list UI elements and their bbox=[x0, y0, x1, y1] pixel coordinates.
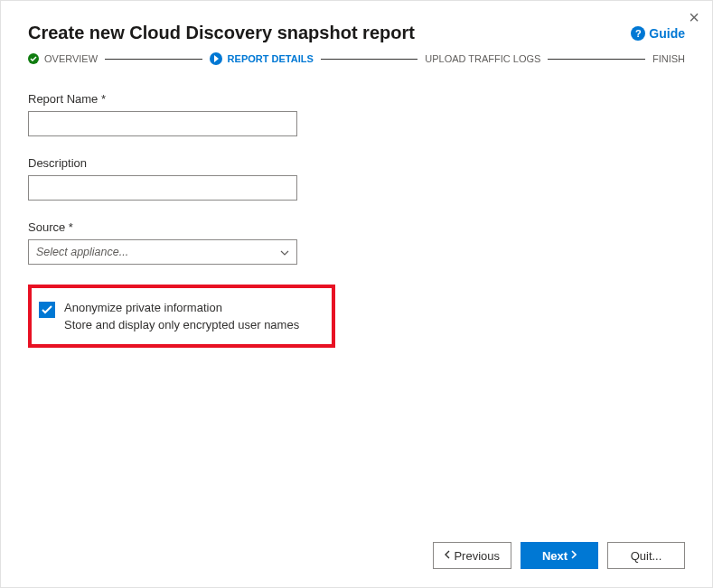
step-label: OVERVIEW bbox=[44, 53, 98, 64]
anonymize-checkbox[interactable] bbox=[39, 302, 55, 318]
page-title: Create new Cloud Discovery snapshot repo… bbox=[28, 23, 415, 43]
field-source: Source * Select appliance... bbox=[28, 220, 685, 265]
description-label: Description bbox=[28, 156, 685, 170]
step-label: UPLOAD TRAFFIC LOGS bbox=[425, 53, 540, 64]
anonymize-highlight: Anonymize private information Store and … bbox=[28, 285, 335, 348]
chevron-right-icon bbox=[571, 550, 577, 561]
anonymize-row: Anonymize private information Store and … bbox=[39, 301, 321, 331]
source-label: Source * bbox=[28, 220, 685, 234]
source-select[interactable]: Select appliance... bbox=[28, 239, 297, 265]
anonymize-text: Anonymize private information Store and … bbox=[64, 301, 299, 331]
step-line bbox=[321, 59, 418, 60]
previous-label: Previous bbox=[454, 549, 500, 563]
field-description: Description bbox=[28, 156, 685, 201]
check-circle-icon bbox=[28, 53, 39, 64]
previous-button[interactable]: Previous bbox=[433, 542, 511, 569]
report-name-input[interactable] bbox=[28, 111, 297, 136]
next-button[interactable]: Next bbox=[521, 542, 598, 569]
step-label: FINISH bbox=[652, 53, 685, 64]
chevron-left-icon bbox=[445, 550, 450, 561]
field-report-name: Report Name * bbox=[28, 92, 685, 136]
stepper: OVERVIEW REPORT DETAILS UPLOAD TRAFFIC L… bbox=[28, 52, 685, 65]
next-label: Next bbox=[542, 549, 568, 563]
step-upload-traffic-logs[interactable]: UPLOAD TRAFFIC LOGS bbox=[425, 53, 540, 64]
guide-link[interactable]: ? Guide bbox=[631, 26, 685, 41]
step-line bbox=[105, 59, 202, 60]
help-icon: ? bbox=[631, 26, 645, 41]
step-label: REPORT DETAILS bbox=[228, 53, 314, 64]
step-line bbox=[548, 59, 645, 60]
close-icon[interactable]: × bbox=[689, 8, 699, 26]
step-finish[interactable]: FINISH bbox=[652, 53, 685, 64]
report-name-label: Report Name * bbox=[28, 92, 685, 106]
description-input[interactable] bbox=[28, 175, 297, 201]
quit-button[interactable]: Quit... bbox=[607, 542, 685, 569]
quit-label: Quit... bbox=[631, 549, 662, 563]
header: Create new Cloud Discovery snapshot repo… bbox=[28, 23, 685, 43]
source-placeholder: Select appliance... bbox=[36, 246, 128, 258]
step-report-details[interactable]: REPORT DETAILS bbox=[210, 52, 314, 65]
guide-label: Guide bbox=[649, 26, 685, 41]
step-overview[interactable]: OVERVIEW bbox=[28, 53, 98, 64]
play-circle-icon bbox=[210, 52, 222, 65]
chevron-down-icon bbox=[280, 247, 289, 257]
dialog: × Create new Cloud Discovery snapshot re… bbox=[1, 1, 712, 587]
footer: Previous Next Quit... bbox=[433, 542, 685, 569]
anonymize-label: Anonymize private information bbox=[64, 301, 299, 314]
anonymize-description: Store and display only encrypted user na… bbox=[64, 318, 299, 331]
